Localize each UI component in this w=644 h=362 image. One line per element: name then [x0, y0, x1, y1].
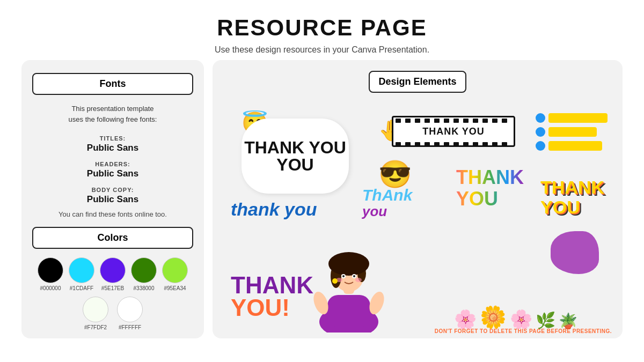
main-content: Fonts This presentation template uses th… [0, 60, 644, 347]
svg-rect-1 [405, 119, 411, 123]
pixel-line2: YOU [540, 197, 604, 217]
swatch-circle-cyan [69, 257, 94, 283]
swatch-circle-green [131, 257, 157, 283]
svg-rect-0 [396, 119, 401, 123]
svg-rect-15 [425, 142, 430, 145]
font-body: BODY COPY: Public Sans [32, 184, 193, 205]
svg-rect-17 [444, 142, 449, 145]
big-thankyou-bottom: THANK YOU! [231, 274, 313, 319]
svg-rect-12 [396, 142, 401, 145]
svg-rect-8 [473, 119, 478, 123]
flower-2: 🌼 [480, 305, 507, 330]
fonts-description: This presentation template uses the foll… [32, 104, 193, 124]
color-swatches-row1: #000000 #1CDAFF #5E17EB #338000 #95EA34 [32, 257, 193, 291]
person-svg [311, 241, 386, 333]
swatch-white: #FFFFFF [117, 297, 143, 330]
swatch-circle-lightgray [83, 297, 108, 322]
retro-thankyou: THANK YOU [456, 167, 524, 209]
svg-rect-9 [482, 119, 488, 123]
svg-rect-2 [415, 119, 420, 123]
bullet-row-1 [536, 113, 608, 123]
svg-rect-5 [444, 119, 449, 123]
svg-rect-13 [405, 142, 411, 145]
page-subtitle: Use these design resources in your Canva… [0, 45, 644, 55]
purple-blob [551, 231, 599, 274]
filmstrip-text: THANK YOU [422, 126, 485, 137]
retro-line2: YOU [456, 188, 524, 210]
colors-label: Colors [32, 227, 193, 249]
svg-point-33 [328, 252, 369, 276]
svg-point-37 [353, 275, 355, 277]
bullet-bar-1 [548, 113, 608, 123]
big-thank-text: THANK [231, 274, 313, 297]
sunglasses-emoji: 😎 [378, 159, 412, 190]
svg-point-40 [332, 278, 338, 284]
bullet-dot-1 [536, 113, 545, 123]
stylized-thankyou: ThAnk you [362, 187, 412, 218]
swatch-black: #000000 [38, 257, 63, 291]
footer-note: DON'T FORGET TO DELETE THIS PAGE BEFORE … [435, 328, 612, 334]
svg-point-39 [355, 278, 362, 282]
stylized-line2: you [362, 204, 412, 218]
svg-rect-20 [473, 142, 478, 145]
cloud-text-thank: THANK YOU [244, 139, 346, 156]
svg-rect-3 [425, 119, 430, 123]
swatch-circle-purple [100, 257, 126, 283]
svg-rect-4 [434, 119, 440, 123]
swatch-green: #338000 [131, 257, 157, 291]
svg-rect-18 [453, 142, 459, 145]
flower-1: 🌸 [454, 308, 477, 330]
thank-you-cloud-element: THANK YOU YOU [241, 119, 360, 204]
right-panel: Design Elements 😇 THANK YOU YOU 🤚 [213, 60, 623, 338]
svg-rect-10 [492, 119, 497, 123]
svg-rect-7 [463, 119, 469, 123]
svg-rect-25 [327, 295, 370, 327]
design-elements-label: Design Elements [369, 71, 466, 93]
script-thankyou: thank you [231, 199, 317, 220]
svg-rect-23 [502, 142, 507, 145]
color-swatches-row2: #F7FDF2 #FFFFFF [32, 297, 193, 330]
pixel-thankyou: THANK YOU [540, 178, 604, 218]
bullet-row-3 [536, 141, 608, 151]
swatch-lime: #95EA34 [162, 257, 188, 291]
svg-rect-11 [502, 119, 507, 123]
font-titles: TITLES: Public Sans [32, 133, 193, 153]
bullet-bar-2 [548, 127, 597, 137]
left-panel: Fonts This presentation template uses th… [21, 60, 204, 338]
person-illustration [311, 241, 386, 333]
bullet-dot-2 [536, 127, 545, 137]
swatch-circle-black [38, 257, 63, 283]
page-header: RESOURCE PAGE Use these design resources… [0, 0, 644, 60]
cloud-text-you: YOU [276, 156, 313, 173]
flowers-group: 🌸 🌼 🌸 🌿 🪴 [454, 305, 577, 330]
swatch-purple: #5E17EB [100, 257, 126, 291]
fonts-label: Fonts [32, 73, 193, 95]
colors-section: Colors #000000 #1CDAFF #5E17EB #338000 [32, 227, 193, 330]
svg-rect-22 [492, 142, 497, 145]
flower-3: 🌸 [510, 308, 532, 330]
retro-line1: THANK [456, 167, 524, 188]
fonts-note: You can find these fonts online too. [32, 210, 193, 218]
plant-1: 🌿 [536, 311, 555, 330]
cloud-bubble: THANK YOU YOU [241, 119, 349, 194]
design-elements-content: 😇 THANK YOU YOU 🤚 [225, 108, 610, 333]
pixel-line1: THANK [540, 178, 604, 197]
svg-rect-16 [434, 142, 440, 145]
swatch-cyan: #1CDAFF [69, 257, 94, 291]
design-elements-header: Design Elements [225, 71, 610, 101]
bullet-row-2 [536, 127, 608, 137]
swatch-circle-lime [162, 257, 188, 283]
svg-rect-19 [463, 142, 469, 145]
page-title: RESOURCE PAGE [0, 15, 644, 41]
swatch-circle-white [117, 297, 143, 322]
big-you-text: YOU! [231, 297, 313, 319]
svg-point-36 [342, 275, 345, 277]
stylized-line1: ThAnk [362, 187, 412, 203]
svg-rect-14 [415, 142, 420, 145]
font-headers: HEADERS: Public Sans [32, 159, 193, 179]
svg-rect-6 [453, 119, 459, 123]
bullet-bar-3 [548, 141, 602, 151]
swatch-lightgray: #F7FDF2 [83, 297, 108, 330]
bullet-dot-3 [536, 141, 545, 151]
bullet-list-graphic [536, 113, 608, 151]
